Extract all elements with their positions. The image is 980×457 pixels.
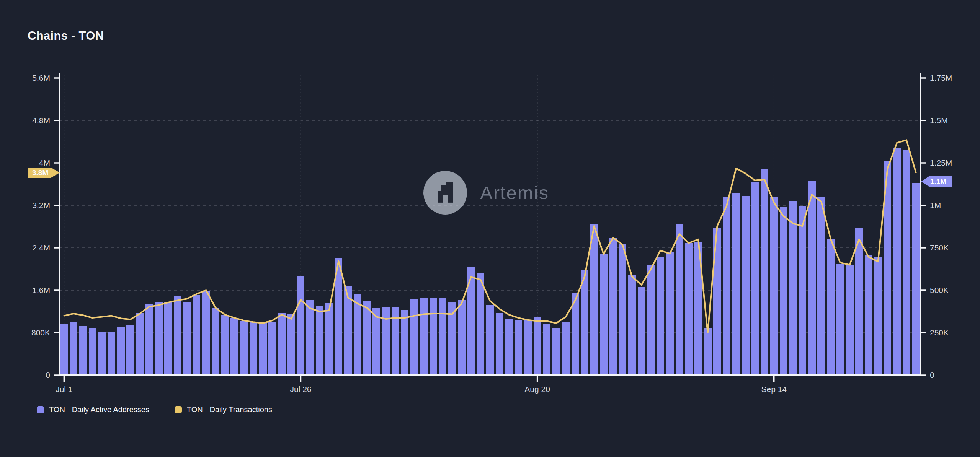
bar-jul-1[interactable] (60, 324, 68, 375)
bar-sep-17[interactable] (799, 206, 806, 375)
bar-sep-24[interactable] (865, 255, 872, 375)
bar-jul-22[interactable] (259, 322, 267, 375)
legend-item-active-addresses[interactable]: TON - Daily Active Addresses (37, 405, 149, 414)
bar-sep-15[interactable] (780, 207, 787, 375)
legend: TON - Daily Active Addresses TON - Daily… (37, 405, 297, 414)
x-axis-label: Jul 26 (290, 385, 311, 394)
x-axis-label: Jul 1 (56, 385, 72, 394)
bar-aug-20[interactable] (534, 317, 541, 375)
transactions-swatch-icon (175, 406, 182, 413)
bar-jul-3[interactable] (79, 326, 87, 375)
bar-sep-12[interactable] (751, 182, 759, 375)
bar-sep-18[interactable] (808, 181, 816, 375)
bar-jul-20[interactable] (240, 321, 248, 375)
bar-sep-29[interactable] (912, 183, 920, 375)
bar-aug-28[interactable] (609, 238, 617, 375)
chart-canvas[interactable]: 5.6M4.8M4M3.2M2.4M1.6M800K01.75M1.5M1.25… (0, 0, 980, 457)
bar-aug-7[interactable] (410, 299, 418, 375)
bar-aug-10[interactable] (439, 298, 446, 375)
bar-jul-23[interactable] (268, 322, 276, 375)
bar-sep-28[interactable] (903, 150, 910, 375)
bar-sep-13[interactable] (761, 169, 768, 375)
bar-jul-25[interactable] (287, 314, 295, 375)
bar-sep-16[interactable] (789, 201, 797, 375)
bar-jul-21[interactable] (250, 322, 257, 375)
bar-jul-16[interactable] (202, 291, 210, 375)
bar-sep-21[interactable] (836, 264, 844, 375)
bar-sep-1[interactable] (647, 265, 655, 375)
bar-sep-23[interactable] (855, 228, 863, 375)
left-axis-label: 1.6M (32, 286, 50, 294)
bar-aug-29[interactable] (619, 244, 626, 375)
bar-jul-27[interactable] (306, 300, 314, 375)
bar-aug-2[interactable] (363, 301, 371, 375)
bar-aug-22[interactable] (552, 328, 560, 375)
left-axis-label: 2.4M (32, 243, 50, 252)
bar-jul-7[interactable] (117, 327, 125, 375)
bar-aug-6[interactable] (401, 310, 409, 375)
bar-jul-8[interactable] (126, 325, 134, 375)
bar-aug-11[interactable] (448, 302, 456, 375)
bar-sep-20[interactable] (827, 239, 835, 375)
bar-aug-25[interactable] (581, 270, 588, 375)
bar-sep-7[interactable] (704, 328, 712, 375)
left-axis-label: 5.6M (32, 73, 50, 82)
x-axis-label: Sep 14 (761, 385, 787, 394)
bar-aug-26[interactable] (590, 224, 598, 375)
right-axis-label: 1.5M (930, 116, 948, 125)
bar-jul-13[interactable] (174, 296, 181, 375)
bar-aug-27[interactable] (600, 254, 608, 375)
bar-jul-18[interactable] (221, 315, 229, 375)
bar-jul-9[interactable] (136, 313, 144, 375)
bar-aug-14[interactable] (477, 273, 484, 375)
bar-aug-30[interactable] (628, 275, 636, 375)
bar-jul-5[interactable] (98, 332, 106, 375)
bar-sep-14[interactable] (770, 197, 778, 375)
bar-jul-28[interactable] (316, 306, 323, 375)
left-axis-label: 4M (39, 158, 50, 167)
transactions-line[interactable] (64, 140, 916, 333)
right-axis-label: 1.25M (930, 158, 952, 167)
bar-jul-10[interactable] (145, 304, 153, 375)
legend-item-transactions[interactable]: TON - Daily Transactions (175, 405, 272, 414)
bar-aug-4[interactable] (382, 307, 390, 375)
bar-aug-23[interactable] (562, 322, 570, 375)
bar-sep-19[interactable] (817, 197, 825, 375)
bar-jul-29[interactable] (325, 303, 333, 375)
bar-jul-24[interactable] (278, 313, 286, 375)
bar-aug-9[interactable] (430, 298, 437, 375)
bar-sep-11[interactable] (742, 196, 750, 375)
bar-sep-3[interactable] (666, 252, 674, 375)
bar-jul-17[interactable] (212, 308, 219, 375)
bar-sep-27[interactable] (893, 148, 901, 375)
bar-sep-5[interactable] (685, 243, 693, 375)
bar-sep-10[interactable] (732, 193, 740, 375)
bar-aug-19[interactable] (524, 320, 532, 375)
bar-sep-9[interactable] (723, 197, 730, 375)
bar-aug-17[interactable] (505, 319, 513, 375)
bar-sep-22[interactable] (846, 265, 854, 375)
bar-sep-2[interactable] (657, 257, 664, 375)
bar-jul-4[interactable] (89, 328, 96, 375)
bar-aug-21[interactable] (543, 324, 550, 375)
bar-aug-12[interactable] (458, 300, 466, 375)
bar-jul-15[interactable] (193, 295, 201, 375)
bar-jul-19[interactable] (230, 318, 238, 375)
bar-sep-25[interactable] (874, 257, 882, 375)
bar-sep-4[interactable] (676, 224, 683, 375)
bar-jul-6[interactable] (108, 332, 115, 375)
right-axis-label: 0 (930, 371, 934, 379)
bar-jul-2[interactable] (70, 322, 77, 375)
bar-jul-11[interactable] (155, 302, 163, 375)
bar-aug-1[interactable] (354, 294, 361, 375)
bar-aug-31[interactable] (638, 287, 645, 375)
bar-jul-12[interactable] (164, 302, 172, 375)
bar-aug-18[interactable] (514, 320, 522, 375)
bar-aug-16[interactable] (496, 313, 503, 375)
left-axis-label: 0 (46, 371, 50, 379)
bar-aug-15[interactable] (486, 305, 494, 375)
bar-aug-8[interactable] (420, 298, 428, 375)
bar-jul-14[interactable] (183, 302, 191, 375)
right-axis-label: 250K (930, 328, 949, 337)
bar-jul-26[interactable] (297, 276, 305, 375)
